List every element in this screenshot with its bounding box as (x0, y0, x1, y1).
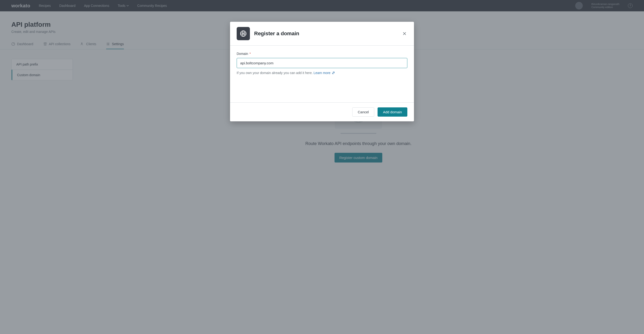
modal-footer: Cancel Add domain (230, 102, 414, 121)
modal-header: WWW Register a domain (230, 22, 414, 46)
domain-input[interactable] (237, 58, 407, 68)
register-domain-modal: WWW Register a domain Domain * If you ow… (230, 22, 414, 121)
learn-more-text: Learn more (314, 71, 330, 75)
domain-help-text: If you own your domain already you can a… (237, 71, 407, 75)
modal-body: Domain * If you own your domain already … (230, 46, 414, 102)
svg-text:WWW: WWW (242, 33, 245, 34)
domain-field-label: Domain * (237, 52, 407, 56)
modal-title: Register a domain (254, 31, 299, 37)
close-icon (403, 32, 406, 35)
domain-help-line: If you own your domain already you can a… (237, 71, 312, 75)
cancel-button[interactable]: Cancel (352, 107, 374, 117)
www-icon: WWW (237, 27, 250, 40)
domain-label-text: Domain (237, 52, 248, 56)
required-mark: * (250, 52, 250, 56)
external-link-icon (332, 72, 335, 74)
learn-more-link[interactable]: Learn more (314, 71, 334, 75)
close-button[interactable] (402, 31, 407, 37)
modal-overlay: WWW Register a domain Domain * If you ow… (0, 0, 644, 334)
add-domain-button[interactable]: Add domain (378, 107, 407, 117)
